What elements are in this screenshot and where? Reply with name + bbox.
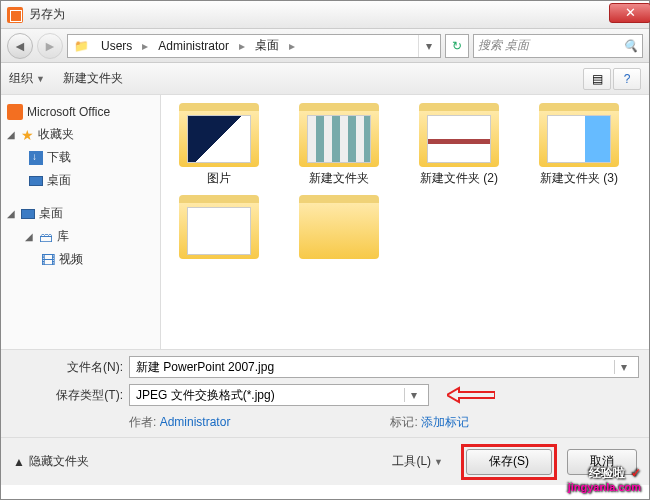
save-as-dialog: 另存为 ✕ ◄ ► 📁 Users ▸ Administrator ▸ 桌面 ▸… xyxy=(0,0,650,500)
annotation-highlight: 保存(S) xyxy=(461,444,557,480)
crumb-root-icon[interactable]: 📁 xyxy=(70,35,93,57)
star-icon: ★ xyxy=(21,127,34,143)
sidebar-item-msoffice[interactable]: Microsoft Office xyxy=(5,101,156,123)
folder-icon xyxy=(419,103,499,167)
expand-icon: ◢ xyxy=(7,208,15,219)
form-area: 文件名(N): 新建 PowerPoint 2007.jpg ▾ 保存类型(T)… xyxy=(1,349,649,437)
filename-input[interactable]: 新建 PowerPoint 2007.jpg ▾ xyxy=(129,356,639,378)
organize-button[interactable]: 组织 ▼ xyxy=(9,70,45,87)
chevron-down-icon: ▼ xyxy=(434,457,443,467)
crumb-desktop[interactable]: 桌面 xyxy=(247,35,287,57)
folder-item[interactable] xyxy=(169,195,269,263)
search-icon: 🔍 xyxy=(623,39,638,53)
tag-label: 标记: xyxy=(390,415,417,429)
desktop-icon xyxy=(29,176,43,186)
app-icon xyxy=(7,7,23,23)
back-button[interactable]: ◄ xyxy=(7,33,33,59)
filetype-label: 保存类型(T): xyxy=(11,387,123,404)
titlebar[interactable]: 另存为 ✕ xyxy=(1,1,649,29)
search-placeholder: 搜索 桌面 xyxy=(478,37,529,54)
tag-value[interactable]: 添加标记 xyxy=(421,415,469,429)
folder-icon xyxy=(299,103,379,167)
watermark: 经验啦 ✓ jingyanla.com xyxy=(568,459,641,493)
tools-button[interactable]: 工具(L) ▼ xyxy=(384,449,451,474)
chevron-down-icon: ▼ xyxy=(36,74,45,84)
sidebar-item-desktop[interactable]: 桌面 xyxy=(5,169,156,192)
folder-item[interactable]: 新建文件夹 (3) xyxy=(529,103,629,187)
footer: ▲ 隐藏文件夹 工具(L) ▼ 保存(S) 取消 xyxy=(1,437,649,485)
author-label: 作者: xyxy=(129,415,156,429)
office-icon xyxy=(7,104,23,120)
folder-item[interactable] xyxy=(289,195,389,263)
file-pane[interactable]: 图片 新建文件夹 新建文件夹 (2) 新建文件夹 (3) xyxy=(161,95,649,349)
expand-icon: ◢ xyxy=(7,129,15,140)
folder-icon xyxy=(299,195,379,259)
chevron-right-icon: ▸ xyxy=(237,39,247,53)
sidebar-item-downloads[interactable]: 下载 xyxy=(5,146,156,169)
crumb-admin[interactable]: Administrator xyxy=(150,35,237,57)
save-button[interactable]: 保存(S) xyxy=(466,449,552,475)
navigation-bar: ◄ ► 📁 Users ▸ Administrator ▸ 桌面 ▸ ▾ ↻ 搜… xyxy=(1,29,649,63)
refresh-button[interactable]: ↻ xyxy=(445,34,469,58)
filename-label: 文件名(N): xyxy=(11,359,123,376)
hide-folders-button[interactable]: ▲ 隐藏文件夹 xyxy=(13,453,89,470)
download-icon xyxy=(29,151,43,165)
folder-item[interactable]: 图片 xyxy=(169,103,269,187)
folder-icon xyxy=(539,103,619,167)
chevron-down-icon[interactable]: ▾ xyxy=(404,388,422,402)
help-button[interactable]: ? xyxy=(613,68,641,90)
search-input[interactable]: 搜索 桌面 🔍 xyxy=(473,34,643,58)
toolbar: 组织 ▼ 新建文件夹 ▤ ? xyxy=(1,63,649,95)
sidebar-desktop-group[interactable]: ◢ 桌面 xyxy=(5,202,156,225)
chevron-down-icon[interactable]: ▾ xyxy=(614,360,632,374)
author-value[interactable]: Administrator xyxy=(160,415,231,429)
new-folder-button[interactable]: 新建文件夹 xyxy=(63,70,123,87)
folder-icon xyxy=(179,195,259,259)
window-title: 另存为 xyxy=(29,6,643,23)
filetype-select[interactable]: JPEG 文件交换格式(*.jpg) ▾ xyxy=(129,384,429,406)
forward-button[interactable]: ► xyxy=(37,33,63,59)
close-button[interactable]: ✕ xyxy=(609,3,650,23)
desktop-icon xyxy=(21,209,35,219)
annotation-arrow xyxy=(447,386,495,404)
view-mode-button[interactable]: ▤ xyxy=(583,68,611,90)
video-icon: 🎞 xyxy=(41,252,55,268)
folder-item[interactable]: 新建文件夹 xyxy=(289,103,389,187)
folder-item[interactable]: 新建文件夹 (2) xyxy=(409,103,509,187)
crumb-users[interactable]: Users xyxy=(93,35,140,57)
sidebar-item-library[interactable]: ◢ 🗃 库 xyxy=(5,225,156,248)
chevron-up-icon: ▲ xyxy=(13,455,25,469)
sidebar-item-videos[interactable]: 🎞 视频 xyxy=(5,248,156,271)
chevron-right-icon: ▸ xyxy=(140,39,150,53)
breadcrumb-dropdown[interactable]: ▾ xyxy=(418,35,438,57)
chevron-right-icon: ▸ xyxy=(287,39,297,53)
sidebar: Microsoft Office ◢ ★ 收藏夹 下载 桌面 xyxy=(1,95,161,349)
sidebar-favorites[interactable]: ◢ ★ 收藏夹 xyxy=(5,123,156,146)
breadcrumb[interactable]: 📁 Users ▸ Administrator ▸ 桌面 ▸ ▾ xyxy=(67,34,441,58)
expand-icon: ◢ xyxy=(25,231,33,242)
library-icon: 🗃 xyxy=(39,229,53,245)
folder-icon xyxy=(179,103,259,167)
